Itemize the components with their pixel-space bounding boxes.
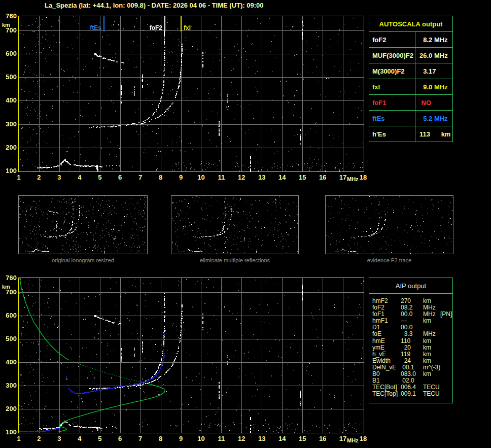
aip-row: Ewidth 24km [372, 358, 452, 364]
y-tick-label: 500 [0, 335, 17, 342]
autoscala-row: MUF(3000)F226.0 MHz [369, 48, 452, 63]
autoscala-row-label: MUF(3000)F2 [369, 48, 415, 63]
aip-row-label: foE [372, 331, 401, 337]
aip-row-unit: km [423, 371, 440, 377]
autoscala-row-label: ftEs [369, 111, 415, 126]
aip-row-value: 009.1 [401, 391, 423, 397]
autoscala-output-table: AUTOSCALA output foF2 8.2 MHzMUF(3000)F2… [369, 16, 453, 142]
y-tick-label: 200 [0, 144, 17, 151]
x-tick-label: 8 [154, 435, 167, 442]
x-tick-label: 13 [255, 435, 268, 442]
autoscala-app-window: La_Spezia (lat: +44.1, lon: 009.8) - DAT… [0, 0, 491, 448]
aip-row-value: 110 [401, 338, 423, 344]
y-axis-unit-km: km [2, 22, 10, 28]
y-tick-label: 600 [0, 312, 17, 319]
x-tick-label: 5 [93, 174, 107, 181]
autoscala-table-rows: foF2 8.2 MHzMUF(3000)F226.0 MHzM(3000)F2… [369, 32, 452, 142]
aip-row-unit: km [423, 318, 440, 324]
y-axis-unit-km: km [2, 284, 10, 290]
autoscala-row-value: 9.0 MHz [415, 79, 452, 94]
x-tick-label: 14 [275, 435, 289, 442]
caption-eliminate-reflections: eliminate multiple reflections [171, 257, 299, 263]
x-tick-label: 16 [316, 174, 329, 181]
ionogram-plot-top [18, 16, 364, 172]
autoscala-row: h'Es113 km [369, 126, 452, 142]
aip-row-label: TEC[Top] [372, 391, 401, 397]
autoscala-row-value: 8.2 MHz [415, 32, 452, 47]
x-tick-label: 10 [194, 174, 207, 181]
x-tick-label: 9 [174, 174, 188, 181]
autoscala-row: foF1 NO [369, 95, 452, 111]
caption-original-ionogram: original ionogram resized [18, 257, 148, 263]
thumbnail-original-ionogram [18, 195, 148, 254]
aip-row-label: hmE [372, 338, 401, 344]
x-tick-label: 9 [174, 435, 188, 442]
y-tick-label: 600 [0, 50, 17, 57]
aip-row-unit: km [423, 358, 440, 364]
x-tick-label: 2 [32, 435, 46, 442]
x-tick-label: 12 [235, 174, 248, 181]
autoscala-row-label: M(3000)F2 [369, 63, 415, 79]
thumbnail-evidence-f2 [325, 195, 453, 254]
x-tick-label: 7 [134, 174, 147, 181]
x-tick-label: 6 [114, 174, 127, 181]
aip-row-value: 24 [401, 358, 423, 364]
y-tick-label: 300 [0, 382, 17, 389]
caption-evidence-f2: evidence F2 trace [325, 257, 453, 263]
autoscala-row: fxl 9.0 MHz [369, 79, 452, 95]
aip-row-unit: km [423, 338, 440, 344]
x-tick-label: 2 [32, 174, 46, 181]
y-tick-label: 500 [0, 74, 17, 81]
x-tick-label: 5 [93, 435, 107, 442]
x-tick-label: 14 [275, 174, 289, 181]
aip-row-value: 3.3 [401, 331, 423, 337]
thumbnail-eliminate-canvas [171, 196, 298, 254]
y-tick-label: 100 [0, 429, 17, 436]
thumbnail-original-canvas [19, 196, 147, 254]
y-tick-label: 100 [0, 167, 17, 175]
aip-table-rows: hmF2270kmfoF208.2MHzfoF100.0MHz[PN]hmF1-… [369, 294, 452, 397]
autoscala-row-label: h'Es [369, 126, 415, 142]
station-title: La_Spezia (lat: +44.1, lon: 009.8) - DAT… [45, 2, 263, 9]
x-tick-label: 15 [296, 174, 309, 181]
aip-row-unit: km [423, 344, 440, 351]
autoscala-row-label: fxl [369, 79, 415, 94]
x-tick-label: 16 [316, 435, 329, 442]
aip-row: D100.0 [372, 324, 452, 331]
autoscala-row-value: 3.17 [415, 63, 452, 79]
aip-row-unit: MHz [423, 331, 440, 337]
ionogram-plot-bottom [18, 278, 364, 433]
x-tick-label: 6 [114, 435, 127, 442]
y-tick-label: 200 [0, 405, 17, 412]
aip-row: foE 3.3MHz [372, 331, 452, 337]
autoscala-row: foF2 8.2 MHz [369, 32, 452, 48]
aip-row-unit: km [423, 351, 440, 358]
x-tick-label: 12 [235, 435, 248, 442]
aip-row-unit: TECU [423, 391, 440, 397]
autoscala-row: M(3000)F2 3.17 [369, 63, 452, 79]
thumbnail-evidence-canvas [326, 196, 453, 254]
x-tick-label: 1 [12, 435, 25, 442]
aip-row-label: Ewidth [372, 358, 401, 364]
autoscala-row-label: foF1 [369, 95, 415, 110]
aip-row: ymE 20km [372, 344, 452, 351]
autoscala-row-value: 113 km [415, 126, 452, 142]
x-tick-label: 15 [296, 435, 309, 442]
y-tick-label: 400 [0, 97, 17, 104]
aip-row: TEC[Top]009.1TECU [372, 391, 452, 397]
autoscala-row-value: 26.0 MHz [415, 48, 452, 63]
fof2-marker-label: foF2 [150, 24, 162, 31]
aip-row: hmF1---km [372, 318, 452, 324]
x-tick-label: 3 [53, 435, 66, 442]
y-tick-label: 400 [0, 359, 17, 366]
fxl-marker-label: fxl [184, 24, 191, 31]
autoscala-row: ftEs 5.2 MHz [369, 111, 452, 126]
y-tick-label: 760 [0, 13, 17, 20]
aip-output-table: AIP output hmF2270kmfoF208.2MHzfoF100.0M… [369, 278, 453, 403]
x-tick-label: 13 [255, 174, 268, 181]
x-tick-label: 1 [12, 174, 25, 181]
aip-row: hmE110km [372, 338, 452, 344]
x-tick-label: 8 [154, 174, 167, 181]
aip-row-label: ymE [372, 344, 401, 351]
aip-row-value: 119 [401, 351, 423, 358]
